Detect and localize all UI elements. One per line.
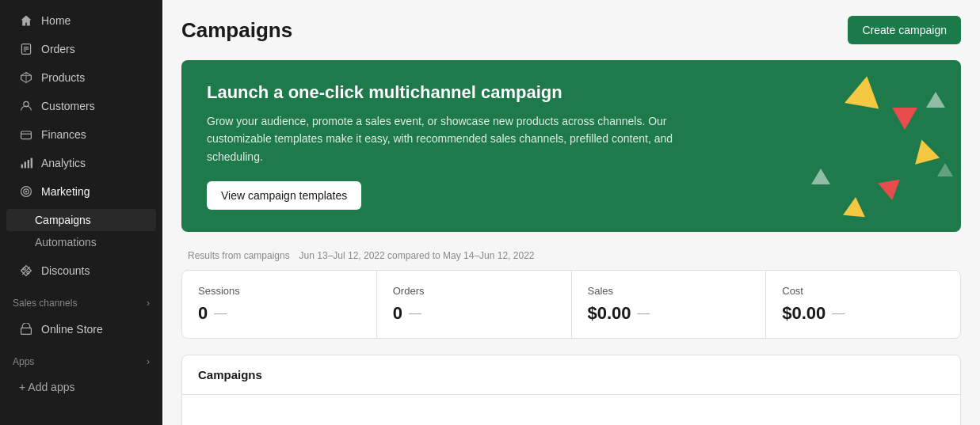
sidebar-item-discounts-label: Discounts — [41, 264, 90, 277]
sidebar-item-add-apps[interactable]: + Add apps — [6, 374, 156, 400]
svg-rect-12 — [28, 160, 29, 168]
page-title: Campaigns — [181, 18, 292, 43]
promo-banner: Launch a one-click multichannel campaign… — [181, 60, 961, 232]
sidebar: Home Orders Products Customers Finances … — [0, 0, 162, 425]
svg-rect-11 — [25, 161, 26, 168]
results-title-text: Results from campaigns — [188, 250, 290, 261]
stat-card-orders: Orders 0 — — [377, 271, 572, 338]
orders-icon — [19, 42, 33, 56]
stat-sales-label: Sales — [588, 285, 750, 297]
stats-cards: Sessions 0 — Orders 0 — Sales $0.00 — — [181, 270, 961, 339]
sidebar-item-orders-label: Orders — [41, 43, 75, 55]
results-date-range: Jun 13–Jul 12, 2022 compared to May 14–J… — [299, 250, 535, 261]
sidebar-item-finances[interactable]: Finances — [6, 121, 156, 148]
stat-sessions-label: Sessions — [198, 285, 360, 297]
campaigns-empty-state: Marketing campaigns are groups of relate… — [182, 395, 960, 425]
sidebar-item-analytics-label: Analytics — [41, 157, 86, 169]
sidebar-item-customers-label: Customers — [41, 100, 95, 112]
shape-yellow-3 — [843, 196, 867, 217]
shape-red-2 — [878, 180, 903, 202]
results-section: Results from campaigns Jun 13–Jul 12, 20… — [181, 248, 961, 339]
sales-channels-section[interactable]: Sales channels › — [0, 291, 162, 315]
sidebar-item-online-store-label: Online Store — [41, 323, 103, 336]
sidebar-item-campaigns-label: Campaigns — [35, 214, 91, 226]
shape-dim-1 — [937, 163, 953, 176]
sidebar-item-home-label: Home — [41, 14, 71, 27]
svg-rect-8 — [21, 131, 32, 139]
main-content: Campaigns Create campaign Launch a one-c… — [162, 0, 980, 425]
sidebar-item-home[interactable]: Home — [6, 7, 156, 34]
stat-sales-value: $0.00 — — [588, 303, 750, 324]
sidebar-item-online-store[interactable]: Online Store — [6, 316, 156, 343]
store-icon — [19, 322, 33, 336]
create-campaign-button[interactable]: Create campaign — [848, 16, 961, 44]
apps-label: Apps — [13, 356, 34, 367]
results-header: Results from campaigns Jun 13–Jul 12, 20… — [181, 248, 961, 262]
sidebar-item-marketing-label: Marketing — [41, 185, 90, 198]
sidebar-item-automations-label: Automations — [35, 236, 97, 249]
stat-sessions-value: 0 — — [198, 303, 360, 324]
results-title: Results from campaigns Jun 13–Jul 12, 20… — [181, 249, 535, 261]
sidebar-item-orders[interactable]: Orders — [6, 36, 156, 63]
customers-icon — [19, 99, 33, 113]
campaigns-section-title: Campaigns — [182, 355, 960, 395]
apps-chevron-icon[interactable]: › — [147, 356, 150, 367]
add-apps-label: + Add apps — [19, 381, 74, 393]
sidebar-item-customers[interactable]: Customers — [6, 93, 156, 120]
page-header: Campaigns Create campaign — [181, 16, 961, 44]
marketing-icon — [19, 184, 33, 199]
svg-point-16 — [25, 191, 27, 192]
analytics-icon — [19, 156, 33, 170]
sidebar-item-marketing[interactable]: Marketing — [6, 178, 156, 205]
sidebar-item-automations[interactable]: Automations — [0, 231, 162, 253]
home-icon — [19, 13, 33, 28]
sidebar-item-analytics[interactable]: Analytics — [6, 150, 156, 176]
discounts-icon — [19, 264, 33, 278]
products-icon — [19, 70, 33, 85]
stat-cost-label: Cost — [782, 285, 944, 297]
shape-white-2 — [811, 169, 830, 184]
stat-card-sessions: Sessions 0 — — [182, 271, 377, 338]
stat-orders-label: Orders — [393, 285, 555, 297]
svg-rect-10 — [21, 165, 23, 169]
sidebar-item-products[interactable]: Products — [6, 64, 156, 91]
campaigns-section: Campaigns Marketing campaigns are groups… — [181, 355, 961, 425]
stat-card-sales: Sales $0.00 — — [572, 271, 767, 338]
promo-description: Grow your audience, promote a sales even… — [207, 112, 714, 165]
sidebar-item-campaigns[interactable]: Campaigns — [6, 209, 156, 231]
svg-rect-21 — [21, 328, 32, 334]
shape-yellow-2 — [909, 136, 940, 164]
stat-cost-value: $0.00 — — [782, 303, 944, 324]
stat-card-cost: Cost $0.00 — — [766, 271, 960, 338]
stat-orders-value: 0 — — [393, 303, 555, 324]
chevron-right-icon: › — [147, 298, 150, 309]
shape-red-1 — [892, 108, 917, 130]
view-templates-button[interactable]: View campaign templates — [207, 181, 361, 210]
marketing-submenu: Campaigns Automations — [0, 206, 162, 256]
sidebar-item-discounts[interactable]: Discounts — [6, 257, 156, 284]
svg-rect-13 — [31, 158, 32, 169]
sidebar-item-finances-label: Finances — [41, 128, 86, 141]
promo-title: Launch a one-click multichannel campaign — [207, 82, 936, 103]
finances-icon — [19, 127, 33, 142]
sidebar-item-products-label: Products — [41, 71, 85, 84]
sales-channels-label: Sales channels — [13, 298, 77, 309]
apps-section: Apps › — [0, 350, 162, 374]
